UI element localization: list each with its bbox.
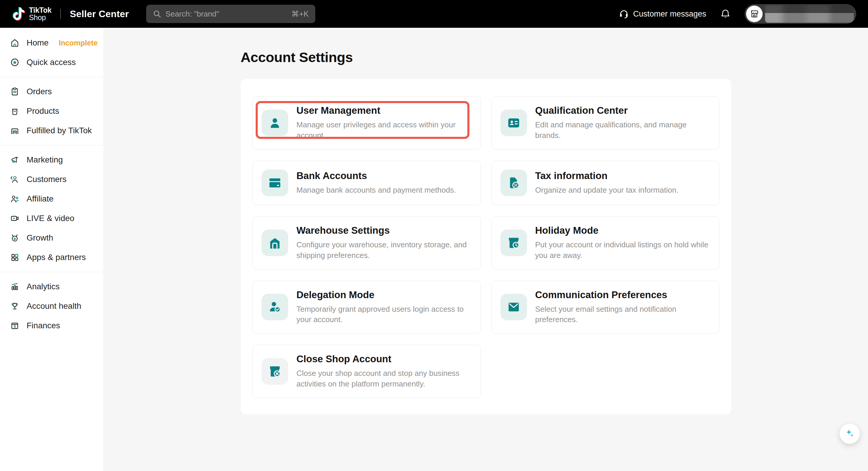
card-bank-accounts[interactable]: Bank Accounts Manage bank accounts and p… (252, 161, 481, 205)
orders-icon (10, 87, 20, 96)
sidebar-label: Orders (27, 87, 52, 96)
sidebar-item-customers[interactable]: Customers (0, 170, 104, 189)
card-user-management[interactable]: User Management Manage user privileges a… (252, 96, 481, 149)
card-close-shop-account[interactable]: Close Shop Account Close your shop accou… (252, 345, 481, 398)
card-title: Holiday Mode (535, 225, 711, 236)
tiktok-shop-logo[interactable]: TikTok Shop (12, 6, 51, 22)
sidebar-item-orders[interactable]: Orders (0, 82, 104, 101)
affiliate-icon (10, 194, 20, 204)
tiktok-note-icon (12, 6, 25, 22)
sparkles-icon (844, 428, 856, 440)
sidebar-item-products[interactable]: Products (0, 101, 104, 121)
sidebar-label: Growth (27, 233, 53, 243)
sidebar-item-apps-partners[interactable]: Apps & partners (0, 247, 104, 267)
card-qualification-center[interactable]: Qualification Center Edit and manage qua… (491, 96, 720, 149)
sidebar-item-marketing[interactable]: Marketing (0, 150, 104, 170)
apps-partners-icon (10, 253, 20, 262)
sidebar-item-affiliate[interactable]: Affiliate (0, 189, 104, 209)
card-title: User Management (297, 105, 472, 116)
topbar-right: Customer messages (619, 4, 856, 24)
sidebar-label: Account health (27, 301, 81, 311)
user-management-icon (261, 110, 288, 136)
quick-access-icon (10, 58, 20, 67)
card-title: Communication Preferences (535, 289, 711, 300)
card-title: Warehouse Settings (297, 225, 472, 236)
page-title: Account Settings (241, 49, 731, 65)
sidebar-label: Marketing (27, 155, 63, 165)
sidebar-item-fulfilled-by-tiktok[interactable]: Fulfilled by TikTok (0, 121, 104, 140)
storefront-icon (750, 9, 759, 18)
seller-center-page: TikTok Shop Seller Center ⌘+K Cu (0, 0, 868, 471)
svg-text:$: $ (14, 324, 16, 329)
sidebar-label: Finances (27, 321, 60, 330)
fulfilled-by-tiktok-icon (10, 126, 20, 135)
account-health-icon (10, 301, 20, 311)
headset-icon (619, 9, 629, 19)
customer-messages-button[interactable]: Customer messages (619, 9, 706, 19)
sidebar-label: Quick access (27, 58, 76, 67)
seller-center-title: Seller Center (70, 8, 129, 20)
card-description: Edit and manage qualifications, and mana… (535, 120, 711, 141)
main-content: Account Settings User Management Manage … (104, 28, 868, 471)
card-description: Temporarily grant approved users login a… (297, 304, 472, 325)
sidebar-item-finances[interactable]: $ Finances (0, 316, 104, 335)
card-warehouse-settings[interactable]: Warehouse Settings Configure your wareho… (252, 216, 481, 269)
sidebar-item-home[interactable]: Home Incomplete (0, 33, 104, 53)
marketing-icon (10, 155, 20, 165)
sidebar-item-quick-access[interactable]: Orders Quick access (0, 53, 104, 72)
card-title: Delegation Mode (297, 289, 472, 300)
warehouse-settings-icon (261, 230, 288, 256)
notifications-bell-icon[interactable] (720, 8, 731, 20)
ai-assistant-button[interactable] (840, 424, 860, 444)
delegation-mode-icon (261, 294, 288, 320)
shop-avatar (746, 6, 763, 22)
finances-icon: $ (10, 321, 20, 330)
topbar-divider (60, 9, 61, 19)
sidebar-item-live-video[interactable]: LIVE & video (0, 209, 104, 228)
sidebar-item-growth[interactable]: Growth (0, 228, 104, 247)
bank-accounts-icon (261, 170, 288, 196)
sidebar-item-account-health[interactable]: Account health (0, 296, 104, 316)
sidebar-label: LIVE & video (27, 214, 74, 223)
sidebar-label: Customers (27, 175, 66, 184)
shop-name-redacted (765, 5, 854, 23)
sidebar-item-analytics[interactable]: Analytics (0, 277, 104, 296)
card-communication-preferences[interactable]: Communication Preferences Select your em… (491, 281, 720, 334)
card-description: Manage user privileges and access within… (297, 120, 472, 141)
close-shop-account-icon (261, 358, 288, 385)
card-delegation-mode[interactable]: Delegation Mode Temporarily grant approv… (252, 281, 481, 334)
global-search[interactable]: ⌘+K (146, 5, 315, 23)
card-description: Put your account or individual listings … (535, 240, 711, 261)
card-holiday-mode[interactable]: Holiday Mode Put your account or individ… (491, 216, 720, 269)
card-description: Select your email settings and notificat… (535, 304, 711, 325)
communication-preferences-icon (500, 294, 527, 320)
analytics-icon (10, 282, 20, 291)
sidebar-label: Affiliate (27, 194, 54, 204)
card-description: Close your shop account and stop any bus… (297, 368, 472, 389)
tax-information-icon (500, 170, 527, 196)
settings-cards-grid: User Management Manage user privileges a… (252, 96, 719, 398)
qualification-center-icon (500, 110, 527, 136)
sidebar-label: Home (27, 38, 49, 48)
sidebar-divider (0, 272, 104, 272)
card-tax-information[interactable]: Tax information Organize and update your… (491, 161, 720, 205)
search-input[interactable] (166, 9, 287, 19)
live-video-icon (10, 214, 20, 223)
card-title: Close Shop Account (297, 353, 472, 364)
card-title: Bank Accounts (297, 170, 456, 181)
brand-wordmark: TikTok Shop (29, 6, 51, 21)
sidebar-divider (0, 77, 104, 77)
sidebar-label: Analytics (27, 282, 60, 291)
products-icon (10, 107, 20, 116)
incomplete-badge: Incomplete (59, 39, 98, 47)
customer-messages-label: Customer messages (633, 9, 706, 19)
sidebar-label: Apps & partners (27, 253, 86, 262)
card-title: Qualification Center (535, 105, 711, 116)
account-menu[interactable] (745, 4, 856, 24)
sidebar: Home Incomplete Orders Quick access (0, 28, 104, 471)
topbar: TikTok Shop Seller Center ⌘+K Cu (0, 0, 868, 28)
customers-icon (10, 175, 20, 184)
sidebar-label: Fulfilled by TikTok (27, 126, 92, 135)
holiday-mode-icon (500, 230, 527, 256)
card-description: Manage bank accounts and payment methods… (297, 185, 456, 196)
